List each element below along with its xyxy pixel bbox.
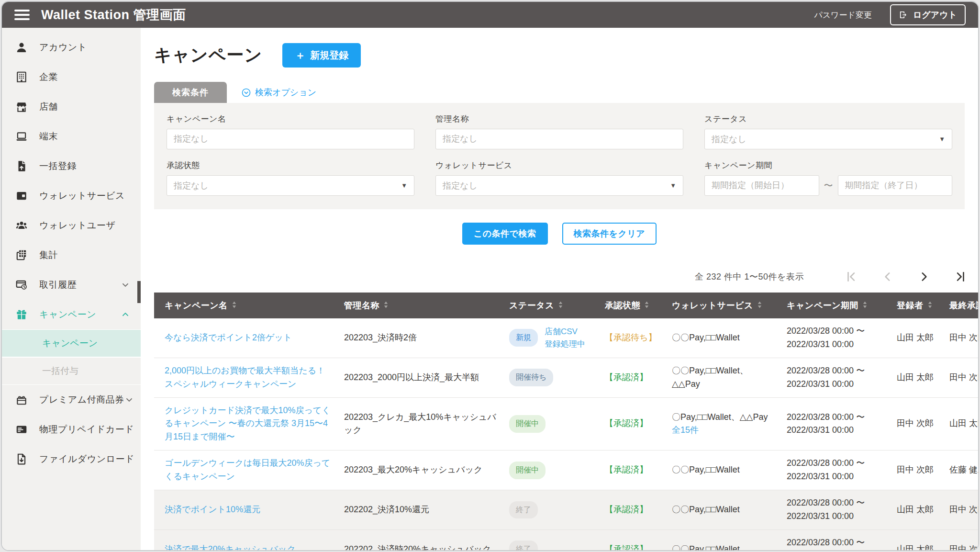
- approval-field: 承認状態 指定なし ▼: [167, 160, 414, 196]
- approval-status: 【承認済】: [605, 372, 648, 382]
- sidebar-item-account[interactable]: アカウント: [2, 33, 141, 62]
- campaign-name-link[interactable]: 決済でポイント10%還元: [165, 505, 260, 514]
- campaign-name-cell: 決済で最大20%キャッシュバック: [154, 529, 338, 550]
- new-registration-button[interactable]: ＋ 新規登録: [282, 43, 361, 68]
- store-csv-link[interactable]: 店舗CSV登録処理中: [545, 326, 585, 350]
- column-header-5[interactable]: ウォレットサービス: [666, 293, 781, 318]
- period-field: キャンペーン期間 〜: [704, 160, 952, 196]
- approval-cell: 【承認待ち】: [599, 318, 666, 358]
- approval-cell: 【承認済】: [599, 358, 666, 397]
- sidebar-item-wallet-service[interactable]: ウォレットサービス: [2, 181, 141, 211]
- period-cell: 2022/03/28 00:00 〜2022/03/31 00:00: [781, 397, 891, 451]
- campaign-table: キャンペーン名管理名称ステータス承認状態ウォレットサービスキャンペーン期間登録者…: [154, 293, 978, 550]
- wallet-count-link[interactable]: 全15件: [672, 425, 699, 435]
- sidebar-subitem-label: キャンペーン: [42, 337, 98, 349]
- password-change-link[interactable]: パスワード変更: [814, 10, 872, 21]
- column-header-1[interactable]: キャンペーン名: [154, 293, 338, 318]
- menu-icon[interactable]: [14, 10, 30, 20]
- status-select[interactable]: 指定なし ▼: [704, 129, 952, 149]
- sidebar-item-bulk-register[interactable]: 一括登録: [2, 151, 141, 181]
- file-download-icon: [15, 453, 28, 465]
- period-cell: 2022/03/28 00:00 〜2022/03/31 00:00: [781, 318, 891, 358]
- period-separator: 〜: [824, 180, 833, 192]
- approval-cell: 【承認済】: [599, 490, 666, 530]
- sidebar-scrollbar[interactable]: [137, 281, 141, 303]
- admin-name-label: 管理名称: [435, 113, 683, 124]
- sidebar-item-label: 店舗: [39, 101, 58, 113]
- status-label: ステータス: [704, 113, 952, 124]
- campaign-name-link[interactable]: 今なら決済でポイント2倍ゲット: [165, 333, 292, 342]
- logout-button[interactable]: ログアウト: [890, 4, 966, 25]
- sidebar-item-store[interactable]: 店舗: [2, 92, 141, 122]
- campaign-name-link[interactable]: クレジットカード決済で最大10%戻ってくるキャンペーン 〜春の大還元祭 3月15…: [165, 406, 331, 442]
- admin-name-cell: 202203_2000円以上決済_最大半額: [338, 358, 503, 397]
- registrant-cell: 田中 次郎: [891, 451, 944, 490]
- storefront-icon: [15, 101, 28, 113]
- sidebar-subitem-campaign[interactable]: キャンペーン: [2, 329, 141, 357]
- campaign-name-link[interactable]: ゴールデンウィークは毎日最大20%戻ってくるキャンペーン: [165, 458, 330, 481]
- campaign-name-link[interactable]: 2,000円以上のお買物で最大半額当たる！スペシャルウィークキャンペーン: [165, 366, 325, 389]
- sidebar-item-label: 一括登録: [39, 160, 77, 172]
- table-row: 決済でポイント10%還元202202_決済10%還元終了【承認済】〇〇Pay,□…: [154, 490, 978, 530]
- admin-name-input[interactable]: [435, 129, 683, 149]
- chevron-down-icon: [121, 280, 130, 290]
- person-icon: [15, 41, 28, 54]
- sidebar-item-terminal[interactable]: 端末: [2, 122, 141, 151]
- status-badge: 終了: [509, 541, 538, 550]
- caret-down-icon: ▼: [401, 182, 407, 189]
- next-page-button[interactable]: [917, 270, 931, 284]
- sidebar-item-label: 物理プリペイドカード: [39, 423, 134, 436]
- clear-button[interactable]: 検索条件をクリア: [562, 223, 657, 245]
- last-page-button[interactable]: [953, 270, 968, 284]
- sidebar-item-campaign[interactable]: キャンペーン: [2, 300, 141, 329]
- approval-status: 【承認済】: [605, 418, 648, 428]
- page-header: キャンペーン ＋ 新規登録: [154, 43, 978, 68]
- approval-status: 【承認待ち】: [605, 333, 657, 342]
- column-header-7[interactable]: 登録者: [891, 293, 944, 318]
- sidebar-item-file-download[interactable]: ファイルダウンロード: [2, 444, 141, 474]
- campaign-name-cell: ゴールデンウィークは毎日最大20%戻ってくるキャンペーン: [154, 451, 338, 490]
- approval-select[interactable]: 指定なし ▼: [167, 175, 414, 196]
- wallet-service-select[interactable]: 指定なし ▼: [435, 175, 683, 196]
- first-page-button[interactable]: [844, 270, 858, 284]
- column-header-4[interactable]: 承認状態: [599, 293, 666, 318]
- logout-icon: [899, 10, 908, 20]
- sidebar-item-wallet-user[interactable]: ウォレットユーザ: [2, 211, 141, 240]
- page-title: キャンペーン: [154, 44, 262, 67]
- column-header-8[interactable]: 最終承認者: [944, 293, 978, 318]
- period-start-input[interactable]: [704, 175, 819, 196]
- sidebar: アカウント企業店舗端末一括登録ウォレットサービスウォレットユーザ集計取引履歴キャ…: [2, 28, 141, 550]
- campaign-name-field: キャンペーン名: [167, 113, 414, 149]
- sidebar-item-premium-voucher[interactable]: プレミアム付商品券: [2, 385, 141, 415]
- table-row: 決済で最大20%キャッシュバック202202_決済時20%キャッシュバック終了【…: [154, 529, 978, 550]
- approval-status: 【承認済】: [605, 505, 648, 514]
- registrant-cell: 山田 太郎: [891, 318, 944, 358]
- sidebar-item-company[interactable]: 企業: [2, 62, 141, 92]
- previous-page-button[interactable]: [880, 270, 895, 284]
- sidebar-item-transaction-history[interactable]: 取引履歴: [2, 270, 141, 300]
- sidebar-subitem-bulk-grant[interactable]: 一括付与: [2, 357, 141, 385]
- column-header-2[interactable]: 管理名称: [338, 293, 503, 318]
- admin-name-cell: 202203_最大20%キャッシュバック: [338, 451, 503, 490]
- sort-icon: [383, 301, 389, 309]
- period-end-input[interactable]: [838, 175, 953, 196]
- table-row: ゴールデンウィークは毎日最大20%戻ってくるキャンペーン202203_最大20%…: [154, 451, 978, 490]
- sidebar-item-aggregation[interactable]: 集計: [2, 240, 141, 270]
- tab-search-conditions[interactable]: 検索条件: [154, 82, 227, 103]
- campaign-name-cell: 2,000円以上のお買物で最大半額当たる！スペシャルウィークキャンペーン: [154, 358, 338, 397]
- column-header-3[interactable]: ステータス: [503, 293, 599, 318]
- table-row: 今なら決済でポイント2倍ゲット202203_決済時2倍新規店舗CSV登録処理中【…: [154, 318, 978, 358]
- header-actions: パスワード変更 ログアウト: [814, 4, 966, 25]
- campaign-name-input[interactable]: [167, 129, 414, 149]
- wallet-service-field: ウォレットサービス 指定なし ▼: [435, 160, 683, 196]
- status-cell: 新規店舗CSV登録処理中: [503, 318, 599, 358]
- search-option-link[interactable]: 検索オプション: [241, 87, 316, 98]
- search-button[interactable]: この条件で検索: [462, 223, 548, 245]
- approval-cell: 【承認済】: [599, 529, 666, 550]
- app-header: Wallet Station 管理画面 パスワード変更 ログアウト: [2, 2, 978, 28]
- column-header-6[interactable]: キャンペーン期間: [781, 293, 891, 318]
- sidebar-item-physical-prepaid-card[interactable]: 物理プリペイドカード: [2, 415, 141, 444]
- campaign-name-link[interactable]: 決済で最大20%キャッシュバック: [165, 544, 296, 550]
- status-badge: 新規: [509, 329, 538, 347]
- prepaid-card-icon: [15, 423, 28, 436]
